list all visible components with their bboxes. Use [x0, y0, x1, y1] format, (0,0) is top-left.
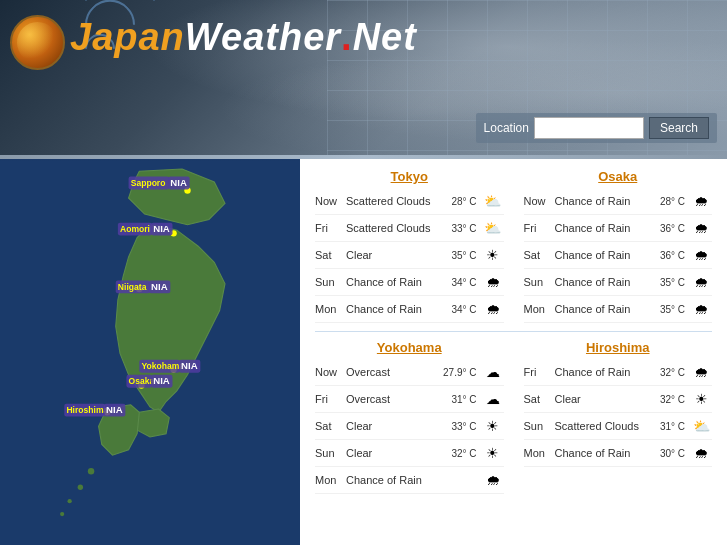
weather-row: SatClear32° C☀	[524, 386, 713, 413]
yokohama-header[interactable]: Yokohama	[315, 340, 504, 355]
weather-description: Scattered Clouds	[346, 195, 448, 207]
weather-description: Chance of Rain	[346, 474, 474, 486]
title-dot: .	[341, 16, 353, 58]
weather-day: Fri	[315, 393, 343, 405]
weather-row: SatClear35° C☀	[315, 242, 504, 269]
weather-day: Now	[315, 195, 343, 207]
hiroshima-section: Hiroshima FriChance of Rain32° C🌧SatClea…	[524, 340, 713, 494]
search-label: Location	[484, 121, 529, 135]
weather-icon: 🌧	[482, 271, 504, 293]
weather-row: NowScattered Clouds28° C⛅	[315, 188, 504, 215]
weather-icon: ☀	[482, 415, 504, 437]
weather-description: Clear	[555, 393, 657, 405]
weather-day: Mon	[315, 474, 343, 486]
weather-description: Overcast	[346, 393, 448, 405]
weather-temperature: 35° C	[451, 250, 476, 261]
top-city-row: Tokyo NowScattered Clouds28° C⛅FriScatte…	[315, 169, 712, 323]
svg-text:Sapporo: Sapporo	[131, 178, 166, 188]
weather-icon: 🌧	[690, 298, 712, 320]
weather-row: NowOvercast27.9° C☁	[315, 359, 504, 386]
hiroshima-header[interactable]: Hiroshima	[524, 340, 713, 355]
weather-row: FriOvercast31° C☁	[315, 386, 504, 413]
weather-icon: ☁	[482, 388, 504, 410]
site-title: JapanWeather.Net	[70, 18, 417, 56]
svg-text:NIA: NIA	[153, 375, 170, 386]
weather-row: SunScattered Clouds31° C⛅	[524, 413, 713, 440]
weather-description: Scattered Clouds	[555, 420, 657, 432]
weather-temperature: 32° C	[660, 367, 685, 378]
weather-day: Mon	[524, 447, 552, 459]
weather-icon: ⛅	[690, 415, 712, 437]
weather-description: Chance of Rain	[555, 276, 657, 288]
weather-icon: 🌧	[690, 244, 712, 266]
weather-icon: ☀	[690, 388, 712, 410]
weather-day: Sat	[315, 420, 343, 432]
weather-icon: 🌧	[690, 190, 712, 212]
weather-temperature: 32° C	[660, 394, 685, 405]
main-content: Sapporo NIA Aomori NIA Niigata NIA Yokoh…	[0, 159, 727, 545]
osaka-forecast: NowChance of Rain28° C🌧FriChance of Rain…	[524, 188, 713, 323]
japan-map-panel: Sapporo NIA Aomori NIA Niigata NIA Yokoh…	[0, 159, 300, 545]
weather-description: Chance of Rain	[555, 447, 657, 459]
weather-temperature: 31° C	[451, 394, 476, 405]
weather-temperature: 31° C	[660, 421, 685, 432]
weather-temperature: 34° C	[451, 277, 476, 288]
weather-temperature: 33° C	[451, 421, 476, 432]
weather-day: Sun	[315, 276, 343, 288]
svg-text:Yokohama: Yokohama	[141, 361, 184, 371]
weather-description: Clear	[346, 447, 448, 459]
weather-icon: ⛅	[482, 217, 504, 239]
svg-text:Hiroshima: Hiroshima	[66, 405, 108, 415]
weather-row: FriScattered Clouds33° C⛅	[315, 215, 504, 242]
tokyo-header[interactable]: Tokyo	[315, 169, 504, 184]
title-weather: Weather	[185, 16, 341, 58]
svg-text:Aomori: Aomori	[120, 224, 150, 234]
svg-text:Osaka: Osaka	[129, 376, 155, 386]
city-section-divider	[315, 331, 712, 332]
weather-temperature: 35° C	[660, 304, 685, 315]
japan-map-svg: Sapporo NIA Aomori NIA Niigata NIA Yokoh…	[0, 159, 300, 545]
weather-icon: 🌧	[690, 442, 712, 464]
weather-day: Sun	[524, 276, 552, 288]
weather-description: Overcast	[346, 366, 440, 378]
yokohama-forecast: NowOvercast27.9° C☁FriOvercast31° C☁SatC…	[315, 359, 504, 494]
svg-text:NIA: NIA	[181, 360, 198, 371]
weather-description: Clear	[346, 420, 448, 432]
osaka-section: Osaka NowChance of Rain28° C🌧FriChance o…	[524, 169, 713, 323]
weather-temperature: 35° C	[660, 277, 685, 288]
svg-text:NIA: NIA	[170, 177, 187, 188]
weather-icon: 🌧	[690, 271, 712, 293]
weather-row: SunChance of Rain35° C🌧	[524, 269, 713, 296]
weather-icon: 🌧	[482, 469, 504, 491]
svg-text:NIA: NIA	[151, 281, 168, 292]
weather-row: SunClear32° C☀	[315, 440, 504, 467]
hiroshima-forecast: FriChance of Rain32° C🌧SatClear32° C☀Sun…	[524, 359, 713, 467]
search-bar: Location Search	[476, 113, 717, 143]
weather-day: Sun	[315, 447, 343, 459]
weather-temperature: 36° C	[660, 250, 685, 261]
weather-description: Chance of Rain	[555, 195, 657, 207]
weather-day: Now	[315, 366, 343, 378]
weather-day: Mon	[524, 303, 552, 315]
svg-text:NIA: NIA	[106, 404, 123, 415]
tokyo-section: Tokyo NowScattered Clouds28° C⛅FriScatte…	[315, 169, 504, 323]
weather-row: MonChance of Rain34° C🌧	[315, 296, 504, 323]
weather-description: Scattered Clouds	[346, 222, 448, 234]
weather-icon: ☀	[482, 442, 504, 464]
weather-description: Chance of Rain	[346, 276, 448, 288]
osaka-header[interactable]: Osaka	[524, 169, 713, 184]
location-input[interactable]	[534, 117, 644, 139]
weather-day: Sat	[524, 249, 552, 261]
svg-point-7	[68, 499, 72, 503]
weather-temperature: 34° C	[451, 304, 476, 315]
weather-icon: ⛅	[482, 190, 504, 212]
bottom-city-row: Yokohama NowOvercast27.9° C☁FriOvercast3…	[315, 340, 712, 494]
weather-day: Sun	[524, 420, 552, 432]
weather-icon: ☀	[482, 244, 504, 266]
weather-day: Fri	[524, 366, 552, 378]
search-button[interactable]: Search	[649, 117, 709, 139]
weather-temperature: 32° C	[451, 448, 476, 459]
weather-icon: 🌧	[482, 298, 504, 320]
weather-description: Chance of Rain	[555, 303, 657, 315]
weather-day: Mon	[315, 303, 343, 315]
